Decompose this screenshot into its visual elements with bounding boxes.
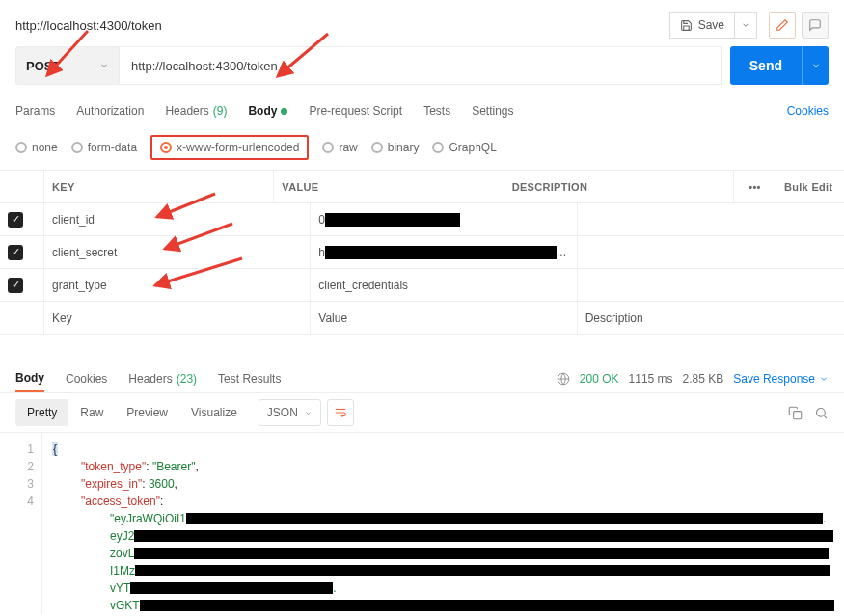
chevron-down-icon	[811, 61, 821, 70]
body-modified-dot	[281, 108, 287, 115]
cell-value[interactable]: h...	[311, 236, 577, 268]
tab-headers-label: Headers	[165, 104, 208, 118]
view-visualize[interactable]: Visualize	[179, 399, 249, 426]
tab-headers[interactable]: Headers (9)	[165, 104, 227, 118]
resp-tab-tests[interactable]: Test Results	[218, 372, 281, 386]
svg-line-10	[824, 415, 827, 418]
response-body-editor[interactable]: { "token_type": "Bearer", "expires_in": …	[42, 433, 844, 614]
resp-tab-headers-label: Headers	[128, 372, 172, 386]
status-code: 200 OK	[580, 372, 619, 386]
search-icon[interactable]	[814, 406, 829, 420]
cell-value[interactable]: client_credentials	[311, 269, 577, 301]
response-size: 2.85 KB	[683, 372, 724, 386]
save-response-button[interactable]: Save Response	[733, 372, 829, 386]
save-icon	[680, 19, 693, 32]
chevron-down-icon	[304, 409, 313, 417]
url-input[interactable]	[120, 46, 722, 85]
chevron-down-icon	[741, 20, 750, 30]
chevron-down-icon	[819, 374, 829, 384]
row-checkbox[interactable]: ✓	[8, 212, 23, 228]
bulk-edit-link[interactable]: Bulk Edit	[776, 171, 844, 202]
cell-desc[interactable]	[578, 269, 844, 301]
cell-desc[interactable]	[578, 236, 844, 268]
edit-icon	[776, 18, 789, 32]
view-pretty[interactable]: Pretty	[15, 399, 68, 426]
table-row[interactable]: ✓ client_secret h...	[0, 236, 844, 269]
col-key: KEY	[44, 171, 274, 202]
method-label: POST	[26, 59, 60, 73]
table-row[interactable]: ✓ client_id 0	[0, 203, 844, 236]
copy-icon[interactable]	[788, 406, 803, 420]
cell-key[interactable]: grant_type	[44, 269, 311, 301]
view-preview[interactable]: Preview	[115, 399, 179, 426]
cell-key[interactable]: client_secret	[44, 236, 311, 268]
tab-body-label: Body	[248, 104, 277, 118]
save-button[interactable]: Save	[669, 12, 735, 39]
tab-prerequest[interactable]: Pre-request Script	[309, 104, 402, 118]
resp-tab-body[interactable]: Body	[15, 365, 44, 392]
comment-icon	[808, 18, 822, 32]
tab-tests[interactable]: Tests	[423, 104, 450, 118]
format-select[interactable]: JSON	[259, 399, 321, 426]
tab-settings[interactable]: Settings	[472, 104, 513, 118]
bodymode-graphql[interactable]: GraphQL	[432, 141, 496, 154]
send-button[interactable]: Send	[730, 46, 802, 85]
tab-headers-count: (9)	[213, 104, 228, 118]
cell-key[interactable]: client_id	[44, 203, 311, 235]
col-value: VALUE	[274, 171, 504, 202]
tab-body[interactable]: Body	[248, 104, 287, 118]
save-label: Save	[698, 18, 724, 32]
save-dropdown[interactable]	[735, 12, 757, 39]
bodymode-binary[interactable]: binary	[371, 141, 420, 154]
chevron-down-icon	[99, 61, 109, 70]
comment-button[interactable]	[802, 12, 829, 39]
cell-desc[interactable]	[578, 203, 844, 235]
globe-icon[interactable]	[557, 372, 570, 386]
cell-desc-placeholder[interactable]: Description	[578, 302, 844, 334]
table-row[interactable]: ✓ grant_type client_credentials	[0, 269, 844, 302]
bodymode-none[interactable]: none	[15, 141, 58, 154]
more-columns-button[interactable]: •••	[734, 171, 776, 202]
cell-key-placeholder[interactable]: Key	[44, 302, 311, 334]
tab-authorization[interactable]: Authorization	[76, 104, 144, 118]
cookies-link[interactable]: Cookies	[787, 104, 829, 118]
row-checkbox[interactable]: ✓	[8, 245, 23, 260]
col-desc: DESCRIPTION	[504, 171, 734, 202]
resp-tab-headers[interactable]: Headers (23)	[128, 372, 197, 386]
request-tab-title: http://localhost:4300/token	[15, 18, 669, 33]
edit-button[interactable]	[769, 12, 796, 39]
svg-rect-8	[794, 411, 802, 418]
bodymode-urlencoded[interactable]: x-www-form-urlencoded	[160, 141, 299, 154]
cell-value-placeholder[interactable]: Value	[311, 302, 577, 334]
send-dropdown[interactable]	[802, 46, 829, 85]
bodymode-formdata[interactable]: form-data	[71, 141, 137, 154]
cell-value[interactable]: 0	[311, 203, 577, 235]
method-select[interactable]: POST	[15, 46, 120, 85]
wrap-button[interactable]	[327, 399, 354, 426]
resp-tab-headers-count: (23)	[177, 372, 197, 386]
view-raw[interactable]: Raw	[68, 399, 115, 426]
svg-point-9	[817, 408, 826, 416]
response-time: 1115 ms	[629, 372, 673, 386]
line-gutter: 1234	[0, 433, 42, 614]
tab-params[interactable]: Params	[15, 104, 55, 118]
row-checkbox[interactable]: ✓	[8, 278, 23, 293]
table-row-new[interactable]: Key Value Description	[0, 302, 844, 335]
resp-tab-cookies[interactable]: Cookies	[66, 372, 107, 386]
wrap-icon	[334, 406, 347, 419]
bodymode-raw[interactable]: raw	[322, 141, 357, 154]
